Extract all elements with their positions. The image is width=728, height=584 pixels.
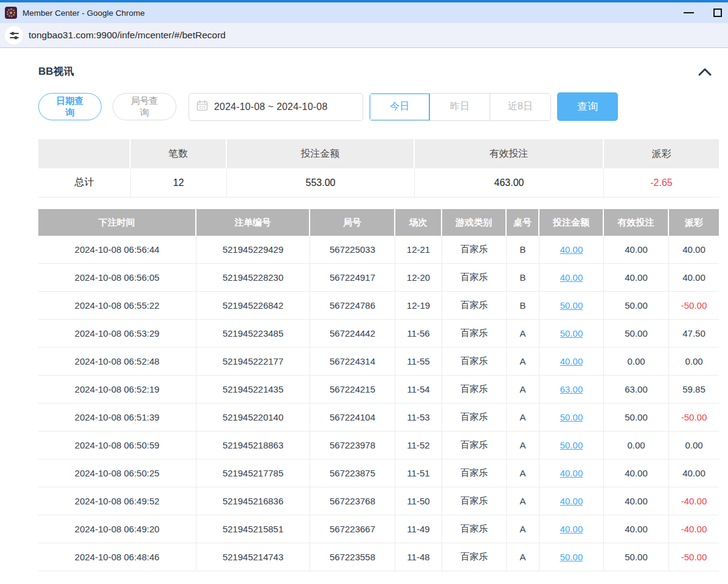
- search-button[interactable]: 查询: [557, 92, 618, 121]
- cell-table_no: B: [507, 236, 539, 264]
- cell-payout: 40.00: [669, 264, 719, 292]
- cell-valid: 50.00: [604, 292, 669, 320]
- cell-amount[interactable]: 40.00: [539, 348, 604, 376]
- quick-range-group: 今日 昨日 近8日: [369, 93, 551, 121]
- minimize-button[interactable]: [684, 12, 694, 13]
- cell-time: 2024-10-08 06:48:46: [38, 543, 196, 571]
- cell-time: 2024-10-08 06:49:20: [38, 515, 196, 543]
- cell-amount[interactable]: 50.00: [539, 292, 604, 320]
- cell-table_no: A: [507, 348, 539, 376]
- bet-amount-link[interactable]: 40.00: [560, 524, 583, 534]
- cell-valid: 50.00: [604, 543, 669, 571]
- cell-table_no: A: [507, 515, 539, 543]
- date-range-picker[interactable]: 2024-10-08 ~ 2024-10-08: [189, 93, 363, 121]
- cell-game: 百家乐: [442, 487, 507, 515]
- page-content: BB视讯 日期查询 局号查询: [0, 48, 728, 571]
- cell-amount[interactable]: 40.00: [539, 515, 604, 543]
- url-field[interactable]: tongbao31.com:9900/infe/mcenter/#/betRec…: [29, 30, 226, 41]
- round-query-tab[interactable]: 局号查询: [113, 93, 176, 120]
- cell-amount[interactable]: 40.00: [539, 236, 604, 264]
- cell-amount[interactable]: 50.00: [539, 431, 604, 459]
- bet-amount-link[interactable]: 50.00: [560, 328, 583, 338]
- cell-valid: 40.00: [604, 487, 669, 515]
- bet-amount-link[interactable]: 40.00: [560, 244, 583, 255]
- cell-table_no: B: [507, 264, 539, 292]
- cell-amount[interactable]: 50.00: [539, 404, 604, 431]
- cell-valid: 50.00: [604, 404, 669, 431]
- cell-time: 2024-10-08 06:53:29: [38, 320, 196, 348]
- quick-range-yesterday[interactable]: 昨日: [430, 94, 490, 120]
- header-bet-time: 下注时间: [38, 209, 196, 236]
- header-round-no: 局号: [310, 209, 395, 236]
- cell-time: 2024-10-08 06:55:22: [38, 292, 196, 320]
- header-bet-id: 注单编号: [196, 209, 310, 236]
- cell-time: 2024-10-08 06:52:19: [38, 376, 196, 404]
- quick-range-last8days[interactable]: 近8日: [490, 94, 550, 120]
- bet-amount-link[interactable]: 50.00: [560, 412, 583, 422]
- cell-bet_id: 521945218863: [196, 431, 310, 459]
- bet-amount-link[interactable]: 50.00: [560, 552, 583, 562]
- header-session: 场次: [395, 209, 442, 236]
- cell-valid: 63.00: [604, 376, 669, 404]
- collapse-section-button[interactable]: [697, 66, 713, 77]
- bet-amount-link[interactable]: 50.00: [560, 440, 583, 450]
- cell-bet_id: 521945215851: [196, 515, 310, 543]
- table-row: 2024-10-08 06:51:39521945220140567224104…: [38, 404, 719, 431]
- cell-time: 2024-10-08 06:50:25: [38, 459, 196, 487]
- cell-amount[interactable]: 40.00: [539, 459, 604, 487]
- cell-amount[interactable]: 40.00: [539, 487, 604, 515]
- cell-valid: 40.00: [604, 264, 669, 292]
- bet-amount-link[interactable]: 40.00: [560, 496, 583, 506]
- cell-session: 12-20: [395, 264, 442, 292]
- summary-total-row: 总计 12 553.00 463.00 -2.65: [38, 168, 719, 198]
- table-row: 2024-10-08 06:53:29521945223485567224442…: [38, 320, 719, 348]
- bet-amount-link[interactable]: 63.00: [560, 384, 583, 394]
- cell-table_no: B: [507, 292, 539, 320]
- maximize-button[interactable]: [713, 9, 722, 17]
- cell-round: 567223768: [310, 487, 395, 515]
- cell-amount[interactable]: 63.00: [539, 376, 604, 404]
- cell-bet_id: 521945214743: [196, 543, 310, 571]
- cell-amount[interactable]: 40.00: [539, 264, 604, 292]
- calendar-icon: [196, 100, 208, 114]
- table-row: 2024-10-08 06:52:19521945221435567224215…: [38, 376, 719, 404]
- cell-bet_id: 521945222177: [196, 348, 310, 376]
- cell-game: 百家乐: [442, 515, 507, 543]
- cell-game: 百家乐: [442, 236, 507, 264]
- cell-valid: 0.00: [604, 431, 669, 459]
- cell-game: 百家乐: [442, 376, 507, 404]
- bet-amount-link[interactable]: 40.00: [560, 356, 583, 366]
- summary-table: 笔数 投注金额 有效投注 派彩 总计 12 553.00 463.00 -2.6…: [38, 139, 719, 198]
- table-row: 2024-10-08 06:55:22521945226842567224786…: [38, 292, 719, 320]
- cell-session: 11-49: [395, 515, 442, 543]
- cell-payout: -50.00: [669, 292, 719, 320]
- cell-game: 百家乐: [442, 264, 507, 292]
- cell-session: 11-53: [395, 404, 442, 431]
- cell-round: 567223558: [310, 543, 395, 571]
- cell-payout: 0.00: [669, 431, 719, 459]
- cell-round: 567224215: [310, 376, 395, 404]
- bet-amount-link[interactable]: 40.00: [560, 272, 583, 283]
- cell-game: 百家乐: [442, 404, 507, 431]
- cell-bet_id: 521945216836: [196, 487, 310, 515]
- summary-total-bet-amount: 553.00: [227, 168, 415, 198]
- cell-valid: 40.00: [604, 459, 669, 487]
- site-settings-icon[interactable]: [5, 26, 23, 44]
- bet-amount-link[interactable]: 50.00: [560, 300, 583, 311]
- cell-table_no: A: [507, 459, 539, 487]
- cell-time: 2024-10-08 06:56:05: [38, 264, 196, 292]
- summary-total-valid-bet: 463.00: [415, 168, 604, 198]
- cell-amount[interactable]: 50.00: [539, 543, 604, 571]
- cell-session: 11-55: [395, 348, 442, 376]
- cell-round: 567223875: [310, 459, 395, 487]
- header-payout: 派彩: [669, 209, 719, 236]
- quick-range-today[interactable]: 今日: [370, 94, 430, 120]
- date-query-tab[interactable]: 日期查询: [38, 93, 102, 120]
- bet-amount-link[interactable]: 40.00: [560, 468, 583, 478]
- cell-valid: 40.00: [604, 515, 669, 543]
- cell-session: 11-52: [395, 431, 442, 459]
- cell-payout: -40.00: [669, 487, 719, 515]
- table-row: 2024-10-08 06:56:44521945229429567225033…: [38, 236, 719, 264]
- window-controls: [684, 9, 722, 17]
- cell-amount[interactable]: 50.00: [539, 320, 604, 348]
